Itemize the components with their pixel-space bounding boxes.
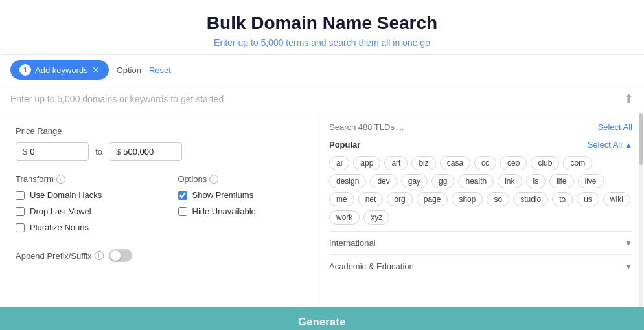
tld-tag[interactable]: com: [563, 156, 592, 170]
pluralize-nouns-item[interactable]: Pluralize Nouns: [16, 223, 139, 232]
drop-last-vowel-item[interactable]: Drop Last Vowel: [16, 206, 139, 216]
pluralize-nouns-label: Pluralize Nouns: [30, 223, 89, 232]
tld-tag[interactable]: dev: [370, 174, 397, 188]
add-keywords-label: Add keywords: [35, 65, 88, 75]
option-link[interactable]: Option: [117, 65, 141, 75]
append-info-icon[interactable]: i: [95, 251, 104, 260]
pluralize-nouns-checkbox[interactable]: [16, 223, 25, 232]
generate-bar[interactable]: Generate: [0, 307, 644, 330]
academic-chevron-icon: ▼: [625, 262, 632, 271]
tld-tag[interactable]: app: [353, 156, 380, 170]
reset-link[interactable]: Reset: [149, 65, 171, 75]
show-premiums-label: Show Premiums: [192, 190, 254, 200]
tld-search-row: Select All: [329, 122, 632, 132]
price-min-symbol: $: [23, 147, 27, 157]
append-toggle[interactable]: [109, 249, 132, 262]
tld-tag[interactable]: page: [417, 192, 448, 206]
popular-label: Popular: [329, 140, 360, 149]
tld-search-input[interactable]: [329, 122, 598, 132]
international-section[interactable]: International ▼: [329, 231, 632, 254]
tld-tag[interactable]: us: [577, 192, 599, 206]
page-header: Bulk Domain Name Search Enter up to 5,00…: [0, 0, 644, 54]
show-premiums-item[interactable]: Show Premiums: [178, 190, 302, 200]
scrollbar-thumb: [639, 113, 643, 165]
price-range-label: Price Range: [16, 126, 301, 136]
tld-tag[interactable]: biz: [411, 156, 435, 170]
tld-tag[interactable]: xyz: [363, 210, 389, 225]
hide-unavailable-checkbox[interactable]: [178, 207, 187, 216]
tld-tag[interactable]: me: [329, 192, 354, 206]
tld-tag[interactable]: net: [358, 192, 384, 206]
academic-education-section[interactable]: Academic & Education ▼: [329, 254, 632, 278]
price-min-input[interactable]: [30, 147, 82, 157]
options-info-icon[interactable]: i: [209, 175, 218, 184]
options-col: Options i Show Premiums Hide Unavailable: [178, 174, 302, 239]
academic-label: Academic & Education: [329, 261, 414, 271]
drop-last-vowel-label: Drop Last Vowel: [30, 206, 91, 216]
upload-icon[interactable]: ⬆: [624, 92, 634, 106]
page-wrapper: Bulk Domain Name Search Enter up to 5,00…: [0, 0, 644, 330]
hide-unavailable-label: Hide Unavailable: [192, 206, 256, 216]
options-label: Options i: [178, 174, 302, 184]
tld-tag[interactable]: org: [387, 192, 412, 206]
tld-tag[interactable]: ceo: [500, 156, 527, 170]
international-label: International: [329, 238, 376, 248]
drop-last-vowel-checkbox[interactable]: [16, 207, 25, 216]
append-label: Append Prefix/Suffix i: [16, 251, 104, 261]
tld-tag[interactable]: life: [549, 174, 573, 188]
chevron-up-icon: ▲: [625, 140, 632, 149]
tld-tag[interactable]: art: [384, 156, 408, 170]
price-min-input-wrap: $: [16, 142, 89, 161]
price-inputs: $ to $: [16, 142, 301, 161]
hide-unavailable-item[interactable]: Hide Unavailable: [178, 206, 302, 216]
tld-tag[interactable]: to: [552, 192, 573, 206]
transform-info-icon[interactable]: i: [56, 175, 65, 184]
page-title: Bulk Domain Name Search: [0, 13, 644, 34]
toggle-knob: [110, 250, 121, 261]
international-chevron-icon: ▼: [625, 239, 632, 248]
add-keywords-button[interactable]: 1 Add keywords ✕: [10, 60, 109, 80]
price-to-label: to: [95, 147, 102, 157]
toolbar: 1 Add keywords ✕ Option Reset: [0, 54, 644, 85]
search-bar-area: Enter up to 5,000 domains or keywords to…: [0, 85, 644, 113]
tld-tag[interactable]: cc: [474, 156, 496, 170]
transform-col: Transform i Use Domain Hacks Drop Last V…: [16, 174, 139, 239]
main-content: Price Range $ to $ Transform i: [0, 113, 644, 307]
tld-tag[interactable]: ink: [498, 174, 522, 188]
popular-select-all-btn[interactable]: Select All ▲: [588, 140, 632, 149]
tld-tag[interactable]: design: [329, 174, 366, 188]
page-subtitle: Enter up to 5,000 terms and search them …: [0, 38, 644, 48]
tld-tag[interactable]: is: [526, 174, 546, 188]
show-premiums-checkbox[interactable]: [178, 191, 187, 200]
scrollbar-track[interactable]: [639, 113, 643, 307]
tld-tag[interactable]: so: [487, 192, 509, 206]
use-domain-hacks-label: Use Domain Hacks: [30, 190, 102, 200]
tld-tags: aiappartbizcasaccceoclubcomdesigndevgayg…: [329, 156, 632, 225]
tld-tag[interactable]: live: [578, 174, 604, 188]
search-placeholder: Enter up to 5,000 domains or keywords to…: [10, 94, 224, 104]
tld-select-all-link[interactable]: Select All: [598, 122, 632, 132]
tld-tag[interactable]: work: [329, 210, 360, 225]
tld-tag[interactable]: shop: [452, 192, 483, 206]
tld-tag[interactable]: wiki: [603, 192, 630, 206]
tld-tag[interactable]: ai: [329, 156, 349, 170]
add-keywords-badge: 1: [19, 64, 31, 76]
transform-label: Transform i: [16, 174, 139, 184]
close-icon[interactable]: ✕: [92, 65, 100, 75]
append-row: Append Prefix/Suffix i: [16, 249, 301, 262]
options-row: Transform i Use Domain Hacks Drop Last V…: [16, 174, 301, 239]
price-max-input-wrap: $: [109, 142, 182, 161]
use-domain-hacks-checkbox[interactable]: [16, 191, 25, 200]
tld-tag[interactable]: studio: [513, 192, 548, 206]
tld-tag[interactable]: gay: [401, 174, 428, 188]
popular-header: Popular Select All ▲: [329, 140, 632, 149]
right-panel: Select All Popular Select All ▲ aiappart…: [317, 113, 644, 307]
tld-tag[interactable]: gg: [431, 174, 454, 188]
price-max-symbol: $: [116, 147, 121, 157]
left-panel: Price Range $ to $ Transform i: [0, 113, 317, 307]
price-max-input[interactable]: [123, 147, 175, 157]
tld-tag[interactable]: health: [458, 174, 494, 188]
tld-tag[interactable]: club: [531, 156, 559, 170]
use-domain-hacks-item[interactable]: Use Domain Hacks: [16, 190, 139, 200]
tld-tag[interactable]: casa: [440, 156, 470, 170]
